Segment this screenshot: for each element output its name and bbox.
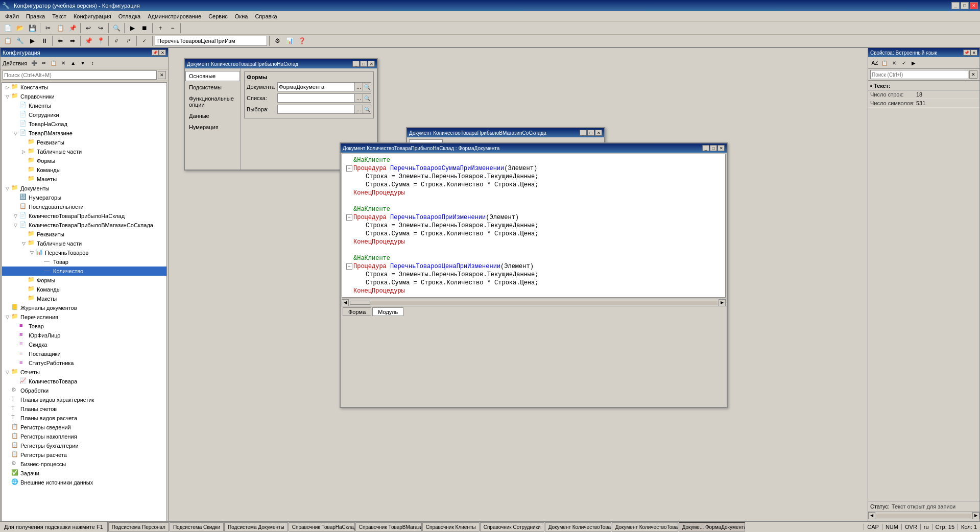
- tree-item-goods[interactable]: ▷ — Товар: [2, 257, 166, 267]
- props-scroll-left[interactable]: ◀: [868, 512, 875, 519]
- tree-item-doc-qty-shop[interactable]: ▽ 📄 КоличествоТовараПрибылоВМагазинСоСкл…: [2, 221, 166, 230]
- expand-refs[interactable]: ▽: [3, 92, 11, 101]
- ptb-sort[interactable]: ↕: [88, 59, 97, 68]
- props-scroll-track[interactable]: [876, 514, 971, 518]
- search-input[interactable]: [3, 70, 157, 80]
- tb2-btn8[interactable]: 📍: [95, 35, 106, 46]
- tree-item-clients[interactable]: ▷ 📄 Клиенты: [2, 101, 166, 110]
- code-win-close[interactable]: ✕: [718, 145, 725, 151]
- expand-processing[interactable]: ▷: [3, 386, 11, 395]
- props-btn-check[interactable]: ✓: [899, 58, 909, 67]
- task-4[interactable]: Справочник ТоварВМагази...: [355, 522, 422, 531]
- expand-doc-qty-store[interactable]: ▽: [11, 212, 19, 220]
- form-field-list[interactable]: [277, 93, 355, 103]
- tb2-btn7[interactable]: 📌: [83, 35, 94, 46]
- tree-item-bizproc[interactable]: ▷ ⚙ Бизнес-процессы: [2, 460, 166, 469]
- tree-item-goodslist[interactable]: ▽ 📊 ПеречньТоваров: [2, 248, 166, 257]
- task-3[interactable]: Справочник ТоварНаСклад: [289, 522, 355, 531]
- menu-text[interactable]: Текст: [49, 12, 69, 20]
- tree-item-qty[interactable]: ▷ — Количество: [2, 267, 166, 276]
- expand-sequences[interactable]: ▷: [11, 203, 19, 211]
- doc2-restore[interactable]: □: [587, 130, 594, 136]
- doc2-minimize[interactable]: _: [580, 130, 587, 136]
- copy-btn[interactable]: 📋: [55, 22, 66, 34]
- expand-goods[interactable]: ▷: [36, 258, 44, 266]
- hscroll-left[interactable]: ◀: [342, 299, 349, 306]
- task-7[interactable]: Документ КоличествоТова...: [545, 522, 611, 531]
- tree-item-external[interactable]: ▷ 🌐 Внешние источники данных: [2, 478, 166, 487]
- expand-goodslist[interactable]: ▽: [28, 249, 36, 257]
- tree-item-charplans[interactable]: ▷ T Планы видов характеристик: [2, 395, 166, 404]
- expand-cmds2[interactable]: ▷: [19, 285, 28, 294]
- expand-external[interactable]: ▷: [3, 478, 11, 487]
- expand-forms2[interactable]: ▷: [19, 276, 28, 284]
- props-close[interactable]: ✕: [970, 50, 977, 56]
- expand-accumregs[interactable]: ▷: [3, 432, 11, 441]
- tb2-debug2[interactable]: /*: [123, 35, 134, 46]
- form-btn-doc-dots[interactable]: …: [355, 82, 363, 91]
- tb2-btn1[interactable]: 📋: [2, 35, 13, 46]
- tree-item-inforegs[interactable]: ▷ 📋 Регистры сведений: [2, 423, 166, 432]
- expand-enum-discount[interactable]: ▷: [11, 341, 19, 349]
- expand-reports[interactable]: ▽: [3, 368, 11, 376]
- config-panel-pin[interactable]: 📌: [152, 50, 159, 56]
- tree-item-tabparts[interactable]: ▷ 📁 Табличные части: [2, 147, 166, 156]
- tab-numeration[interactable]: Нумерация: [185, 122, 240, 132]
- expand-enums[interactable]: ▽: [3, 313, 11, 321]
- doc2-close[interactable]: ✕: [595, 130, 602, 136]
- save-btn[interactable]: 💾: [27, 22, 38, 34]
- plus-btn[interactable]: +: [155, 22, 166, 34]
- task-9[interactable]: Докуме... ФормаДокумента: [679, 522, 745, 531]
- tab-form[interactable]: Форма: [343, 307, 371, 316]
- search-btn[interactable]: 🔍: [111, 22, 122, 34]
- fold-3[interactable]: −: [346, 263, 352, 270]
- expand-layouts2[interactable]: ▷: [19, 295, 28, 303]
- doc1-restore[interactable]: □: [360, 61, 367, 67]
- ptb-down[interactable]: ▼: [78, 59, 87, 68]
- task-8[interactable]: Документ КоличествоТова...: [612, 522, 678, 531]
- hscroll-thumb[interactable]: [350, 301, 370, 305]
- form-btn-select-dots[interactable]: …: [355, 105, 363, 114]
- ptb-up[interactable]: ▲: [68, 59, 78, 68]
- tree-item-layouts[interactable]: ▷ 📁 Макеты: [2, 175, 166, 184]
- expand-charplans[interactable]: ▷: [3, 396, 11, 404]
- tree-item-enum-suppliers[interactable]: ▷ ≡ Поставщики: [2, 349, 166, 358]
- tab-basic[interactable]: Основные: [185, 71, 240, 81]
- task-6[interactable]: Справочник Сотрудники: [480, 522, 544, 531]
- fold-1[interactable]: −: [346, 165, 352, 172]
- tb2-btn4[interactable]: ⏸: [39, 35, 50, 46]
- tree-item-journals[interactable]: ▷ 📒 Журналы документов: [2, 303, 166, 312]
- expand-employees[interactable]: ▷: [11, 111, 19, 119]
- tree-item-enums[interactable]: ▽ 📁 Перечисления: [2, 312, 166, 322]
- tree-item-accountplans[interactable]: ▷ T Планы счетов: [2, 404, 166, 414]
- open-btn[interactable]: 📂: [14, 22, 26, 34]
- close-button[interactable]: ✕: [970, 2, 978, 9]
- new-btn[interactable]: 📄: [2, 22, 13, 34]
- expand-requisites[interactable]: ▷: [19, 138, 28, 147]
- toolbar-combo[interactable]: ПеречньТоваровЦенаПриИзм: [155, 36, 267, 46]
- task-5[interactable]: Справочник Клиенты: [422, 522, 480, 531]
- minus-btn[interactable]: −: [167, 22, 178, 34]
- tb2-extra3[interactable]: ❓: [296, 35, 307, 46]
- tree-item-docs[interactable]: ▽ 📁 Документы: [2, 184, 166, 193]
- tab-data[interactable]: Данные: [185, 111, 240, 121]
- tree-item-reports[interactable]: ▽ 📁 Отчеты: [2, 368, 166, 377]
- expand-clients[interactable]: ▷: [11, 102, 19, 110]
- menu-edit[interactable]: Правка: [23, 12, 48, 20]
- tree-item-numerators[interactable]: ▷ 🔢 Нумераторы: [2, 193, 166, 202]
- doc1-close[interactable]: ✕: [368, 61, 375, 67]
- redo-btn[interactable]: ↪: [95, 22, 106, 34]
- tree-item-cmds2[interactable]: ▷ 📁 Команды: [2, 285, 166, 294]
- task-2[interactable]: Подсистема Документы: [224, 522, 288, 531]
- expand-journals[interactable]: ▷: [3, 304, 11, 312]
- menu-help[interactable]: Справка: [252, 12, 280, 20]
- tree-item-commands[interactable]: ▷ 📁 Команды: [2, 165, 166, 175]
- expand-goods-store[interactable]: ▷: [11, 120, 19, 128]
- expand-enum-legal[interactable]: ▷: [11, 331, 19, 340]
- tree-item-req2[interactable]: ▷ 📁 Реквизиты: [2, 230, 166, 239]
- ptb-edit[interactable]: ✏: [39, 59, 49, 68]
- expand-calcregs[interactable]: ▷: [3, 451, 11, 459]
- tree-item-enum-discount[interactable]: ▷ ≡ Скидка: [2, 340, 166, 349]
- props-btn-cat[interactable]: 📋: [880, 58, 889, 67]
- expand-numerators[interactable]: ▷: [11, 194, 19, 202]
